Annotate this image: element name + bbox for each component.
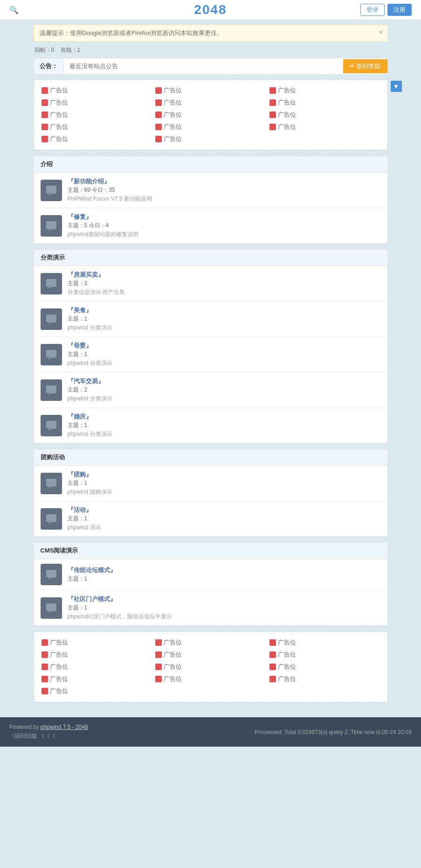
ad-item[interactable]: 广告位 (40, 662, 154, 672)
ad-icon (269, 87, 276, 94)
ad-item[interactable]: 广告位 (153, 674, 268, 684)
alert-box: 温馨提示：使用Google浏览器或者Firefox浏览器访问本站效果更佳。 × (34, 25, 388, 42)
ad-item[interactable]: 广告位 (153, 650, 268, 660)
forum-icon (41, 415, 62, 436)
ad-item[interactable]: 广告位 (153, 110, 268, 120)
forum-name: 『新功能介绍』 (68, 177, 381, 186)
ad-icon (41, 112, 48, 118)
ad-item[interactable]: 广告位 (268, 110, 382, 120)
footer-powered: Powered by phpwind 7.5 - 2048 《回到旧版 《《《 (9, 724, 88, 740)
footer-phpwind-link[interactable]: phpwind 7.5 - 2048 (41, 724, 88, 730)
forum-row[interactable]: 『汽车交易』主题：2phpwind 分类演示 (34, 372, 387, 408)
login-button[interactable]: 登录 (360, 4, 385, 16)
ad-item[interactable]: 广告位 (153, 122, 268, 132)
ad-label: 广告位 (278, 675, 296, 683)
ad-item[interactable]: 广告位 (268, 650, 382, 660)
svg-rect-5 (46, 385, 56, 393)
forum-row[interactable]: 『活动』主题：1phpwind 演示 (34, 501, 387, 536)
footer-back-link[interactable]: 《回到旧版 《《《 (9, 732, 88, 740)
ad-item[interactable]: 广告位 (153, 662, 268, 672)
ad-icon (41, 124, 48, 130)
ad-label: 广告位 (278, 111, 296, 119)
section-header-group: 团购活动 (34, 449, 387, 466)
ad-icon (269, 112, 276, 118)
ad-item[interactable]: 广告位 (40, 85, 154, 96)
ad-label: 广告位 (50, 86, 68, 95)
ad-label: 广告位 (278, 663, 296, 671)
forum-row[interactable]: 『美食』主题：1phpwind 分类演示 (34, 301, 387, 337)
forum-icon (41, 308, 62, 330)
forum-stats: 主题：2 (68, 386, 381, 394)
announcement-bar: 公告： 最近没有站点公告 ✏ 签到奖励 (34, 58, 388, 75)
ad-item[interactable]: 广告位 (40, 98, 154, 108)
ad-item[interactable]: 广告位 (153, 134, 268, 144)
forum-icon (41, 344, 62, 365)
svg-rect-6 (46, 421, 56, 428)
register-button[interactable]: 注册 (387, 4, 412, 16)
ad-item[interactable]: 广告位 (153, 637, 268, 648)
forum-row[interactable]: 『母婴』主题：1phpwind 分类演示 (34, 337, 387, 372)
forum-row[interactable]: 『房屋买卖』主题：3分类信息演示·房产出售 (34, 266, 387, 301)
forum-info: 『团购』主题：1phpwind 团购演示 (68, 470, 381, 496)
ad-item[interactable]: 广告位 (268, 662, 382, 672)
ad-label: 广告位 (164, 86, 182, 95)
ad-item[interactable]: 广告位 (268, 98, 382, 108)
forum-desc: PHPWind Forum V7.5 新功能说明 (68, 195, 381, 203)
ad-item[interactable]: 广告位 (40, 122, 154, 132)
ad-item[interactable]: 广告位 (40, 674, 154, 684)
ad-item[interactable]: 广告位 (153, 85, 268, 96)
forum-row[interactable]: 『婚庆』主题：1phpwind 分类演示 (34, 408, 387, 443)
forum-name: 『修复』 (68, 213, 381, 221)
forum-desc: phpwind社区门户模式，版块在论坛中显示 (68, 613, 381, 621)
forum-desc: phpwind 演示 (68, 524, 381, 532)
ad-item[interactable]: 广告位 (40, 110, 154, 120)
close-alert-button[interactable]: × (379, 28, 382, 36)
ad-item[interactable]: 广告位 (40, 134, 154, 144)
forum-icon (41, 473, 62, 494)
forum-icon (41, 180, 62, 201)
ad-label: 广告位 (50, 638, 68, 647)
forum-icon (41, 379, 62, 401)
ad-icon (41, 688, 48, 694)
forum-name: 『婚庆』 (68, 413, 381, 421)
forum-row[interactable]: 『修复』主题：5 今日：4phpwind逃留问题的修复说明 (34, 208, 387, 243)
forum-desc: phpwind 分类演示 (68, 395, 381, 403)
ad-icon (155, 112, 162, 118)
ad-icon (41, 136, 48, 142)
forum-row[interactable]: 『社区门户模式』主题：1phpwind社区门户模式，版块在论坛中显示 (34, 590, 387, 625)
ad-item[interactable]: 广告位 (40, 650, 154, 660)
forum-name: 『母婴』 (68, 342, 381, 350)
sign-in-button[interactable]: ✏ 签到奖励 (343, 59, 387, 73)
ad-item[interactable]: 广告位 (268, 122, 382, 132)
forum-info: 『房屋买卖』主题：3分类信息演示·房产出售 (68, 271, 381, 296)
ad-icon (269, 664, 276, 670)
ad-icon (41, 676, 48, 682)
ad-item[interactable]: 广告位 (268, 85, 382, 96)
header: 🔍 2048 登录 注册 (0, 0, 421, 20)
ad-label: 广告位 (278, 123, 296, 131)
forum-stats: 主题：1 (68, 350, 381, 358)
ad-icon (155, 664, 162, 670)
forum-row[interactable]: 『传统论坛模式』主题：1 (34, 559, 387, 590)
announcement-text: 最近没有站点公告 (64, 58, 343, 74)
ad-item[interactable]: 广告位 (268, 637, 382, 648)
ad-item[interactable]: 广告位 (40, 686, 154, 696)
section-body-classify: 『房屋买卖』主题：3分类信息演示·房产出售 『美食』主题：1phpwind 分类… (34, 266, 387, 443)
ad-label: 广告位 (164, 675, 182, 683)
scroll-down-icon[interactable]: ▼ (391, 81, 402, 92)
forum-row[interactable]: 『新功能介绍』主题：69 今日：35PHPWind Forum V7.5 新功能… (34, 173, 387, 208)
forum-stats: 主题：1 (68, 421, 381, 429)
search-icon[interactable]: 🔍 (9, 6, 19, 14)
forum-row[interactable]: 『团购』主题：1phpwind 团购演示 (34, 466, 387, 501)
forum-name: 『汽车交易』 (68, 377, 381, 385)
forum-info: 『母婴』主题：1phpwind 分类演示 (68, 342, 381, 367)
forum-name: 『活动』 (68, 506, 381, 514)
ad-item[interactable]: 广告位 (153, 98, 268, 108)
forum-desc: phpwind逃留问题的修复说明 (68, 231, 381, 238)
ad-icon (269, 639, 276, 646)
section-header-cms: CMS阅读演示 (34, 543, 387, 559)
site-title: 2048 (194, 2, 227, 17)
ad-item[interactable]: 广告位 (40, 637, 154, 648)
ad-icon (155, 124, 162, 130)
ad-item[interactable]: 广告位 (268, 674, 382, 684)
